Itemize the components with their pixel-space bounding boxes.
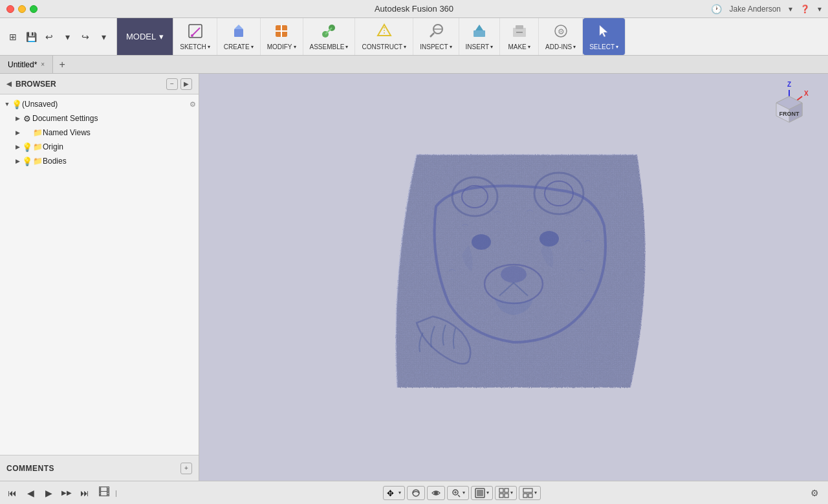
left-panel: ◀ BROWSER − ▶ ▼ 💡 (Unsaved) ⚙ ▶ ⚙ Docume… <box>0 74 199 481</box>
svg-marker-18 <box>475 25 483 30</box>
undo-button[interactable]: ↩ <box>41 29 57 45</box>
tree-eye-root[interactable]: 💡 <box>12 99 22 109</box>
nav-cube-svg: X Z FRONT <box>763 80 815 132</box>
maximize-window-button[interactable] <box>30 5 38 13</box>
browser-header: ◀ BROWSER − ▶ <box>0 74 199 94</box>
select-label: SELECT▾ <box>589 43 618 50</box>
tree-gear-icon: ⚙ <box>22 113 32 124</box>
construct-tool-group[interactable]: CONSTRUCT▾ <box>355 18 413 55</box>
tree-arrow-bodies[interactable]: ▶ <box>13 157 22 166</box>
help-arrow-icon[interactable]: ▾ <box>818 5 822 14</box>
construct-label: CONSTRUCT▾ <box>362 43 406 50</box>
tree-arrow-doc[interactable]: ▶ <box>13 114 22 123</box>
assemble-tool-group[interactable]: ASSEMBLE▾ <box>303 18 356 55</box>
playback-last-button[interactable]: ⏭ <box>78 486 92 500</box>
sketch-icon <box>187 23 204 42</box>
viewport[interactable]: X Z FRONT <box>199 74 828 481</box>
modify-tool-group[interactable]: MODIFY▾ <box>261 18 303 55</box>
tree-arrow-named-views[interactable]: ▶ <box>13 128 22 137</box>
tree-label-origin: Origin <box>43 142 199 151</box>
tree-eye-bodies[interactable]: 💡 <box>22 156 32 166</box>
comments-controls: + <box>180 463 192 474</box>
user-name[interactable]: Jake Anderson <box>730 5 781 14</box>
pan-button[interactable]: ✥ ▾ <box>383 486 405 500</box>
tab-close-button[interactable]: × <box>41 61 45 68</box>
toolbar: ⊞ 💾 ↩ ▾ ↪ ▾ MODEL ▾ SKETCH▾ CREATE▾ MODI… <box>0 18 828 56</box>
select-tool-group[interactable]: SELECT▾ <box>583 18 626 55</box>
tree-label-named-views: Named Views <box>43 128 199 137</box>
add-ins-tool-group[interactable]: ⚙ ADD-INS▾ <box>539 18 583 55</box>
model-mode-button[interactable]: MODEL ▾ <box>117 18 173 55</box>
svg-text:X: X <box>804 90 809 97</box>
tree-gear-root[interactable]: ⚙ <box>190 100 196 109</box>
display-mode-button[interactable]: ▾ <box>471 486 493 500</box>
look-button[interactable] <box>427 486 445 500</box>
tree-arrow-root[interactable]: ▼ <box>3 100 12 109</box>
svg-rect-20 <box>516 25 523 29</box>
save-button[interactable]: 💾 <box>23 29 39 45</box>
tree-item-doc-settings[interactable]: ▶ ⚙ Document Settings <box>0 111 199 126</box>
tab-bar: Untitled* × + <box>0 56 828 74</box>
comments-add-button[interactable]: + <box>180 463 192 474</box>
assemble-label: ASSEMBLE▾ <box>310 43 349 50</box>
svg-rect-57 <box>523 488 532 492</box>
tree-arrow-origin[interactable]: ▶ <box>13 142 22 151</box>
tree-item-origin[interactable]: ▶ 💡 📁 Origin <box>0 140 199 154</box>
grid-button[interactable]: ▾ <box>495 486 517 500</box>
tree-item-named-views[interactable]: ▶ 💡 📁 Named Views <box>0 126 199 140</box>
make-tool-group[interactable]: MAKE▾ <box>500 18 539 55</box>
bottom-settings-button[interactable]: ⚙ <box>807 485 823 501</box>
grid-arrow: ▾ <box>510 490 513 496</box>
document-tab[interactable]: Untitled* × <box>0 56 53 73</box>
orbit-button[interactable] <box>407 486 425 500</box>
close-window-button[interactable] <box>6 5 14 13</box>
help-icon[interactable]: ❓ <box>800 5 810 14</box>
svg-point-45 <box>413 490 419 496</box>
bottom-right: ⚙ <box>807 485 823 501</box>
app-title: Autodesk Fusion 360 <box>375 4 453 14</box>
new-tab-button[interactable]: + <box>53 56 71 73</box>
bear-model-svg <box>365 142 662 413</box>
svg-point-2 <box>191 34 193 37</box>
apps-grid-button[interactable]: ⊞ <box>5 29 21 45</box>
create-tool-group[interactable]: CREATE▾ <box>217 18 261 55</box>
svg-rect-59 <box>528 494 532 498</box>
svg-line-48 <box>458 495 460 497</box>
playback-first-button[interactable]: ⏮ <box>5 486 19 500</box>
layout-button[interactable]: ▾ <box>519 486 541 500</box>
playback-next-button[interactable]: ▶▶ <box>60 486 74 500</box>
svg-rect-3 <box>234 29 243 37</box>
inspect-tool-group[interactable]: INSPECT▾ <box>413 18 459 55</box>
tree-item-bodies[interactable]: ▶ 💡 📁 Bodies <box>0 154 199 168</box>
zoom-button[interactable]: ▾ <box>447 486 469 500</box>
quick-access-bar: ⊞ 💾 ↩ ▾ ↪ ▾ <box>0 18 117 55</box>
redo-arrow-button[interactable]: ▾ <box>96 29 111 45</box>
model-label: MODEL <box>126 32 156 41</box>
browser-expand-button[interactable]: ▶ <box>180 78 192 90</box>
playback-prev-button[interactable]: ◀ <box>23 486 38 500</box>
bottom-view-controls: ✥ ▾ ▾ ▾ ▾ ▾ <box>383 486 541 500</box>
svg-line-10 <box>325 28 332 34</box>
playback-play-button[interactable]: ▶ <box>41 486 56 500</box>
svg-point-33 <box>501 266 527 283</box>
minimize-window-button[interactable] <box>18 5 26 13</box>
redo-button[interactable]: ↪ <box>78 29 93 45</box>
user-arrow-icon[interactable]: ▾ <box>789 5 792 14</box>
browser-tree: ▼ 💡 (Unsaved) ⚙ ▶ ⚙ Document Settings ▶ … <box>0 94 199 455</box>
svg-rect-55 <box>499 494 503 498</box>
tree-folder-named-views-icon: 📁 <box>32 127 43 138</box>
browser-collapse-icon[interactable]: ◀ <box>6 80 12 87</box>
tree-eye-origin[interactable]: 💡 <box>22 142 32 152</box>
timeline-icon: 🎞 <box>98 486 110 499</box>
undo-arrow-button[interactable]: ▾ <box>60 29 75 45</box>
tab-title: Untitled* <box>8 60 37 69</box>
nav-cube[interactable]: X Z FRONT <box>763 80 822 138</box>
history-icon[interactable]: 🕐 <box>711 4 722 14</box>
create-icon <box>230 23 247 42</box>
svg-marker-4 <box>234 25 243 29</box>
assemble-icon <box>320 23 337 42</box>
insert-tool-group[interactable]: INSERT▾ <box>459 18 501 55</box>
sketch-tool-group[interactable]: SKETCH▾ <box>173 18 217 55</box>
tree-item-root[interactable]: ▼ 💡 (Unsaved) ⚙ <box>0 97 199 111</box>
browser-minus-button[interactable]: − <box>166 78 178 90</box>
